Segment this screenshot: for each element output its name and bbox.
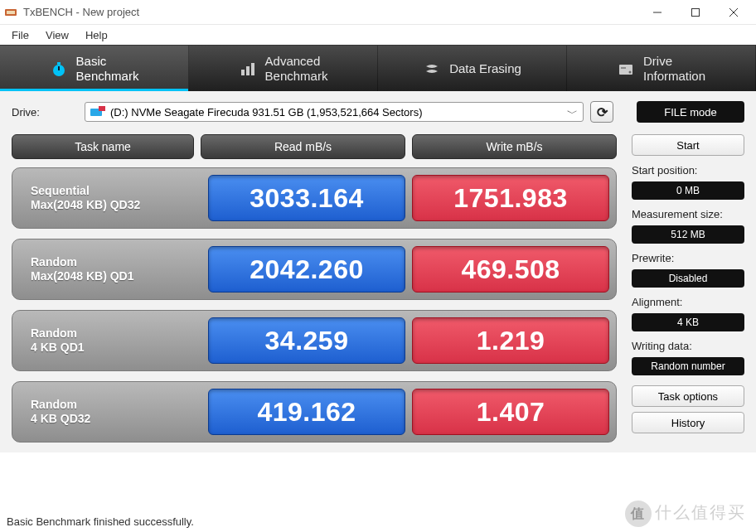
tab-basic-benchmark[interactable]: Basic Benchmark [0,46,189,91]
read-value: 419.162 [208,389,405,435]
minimize-button[interactable] [638,1,676,24]
write-value: 469.508 [412,246,609,293]
svg-rect-1 [7,11,15,14]
close-button[interactable] [715,1,753,24]
svg-rect-10 [246,66,250,75]
tab-label: Data Erasing [449,61,521,75]
tab-drive-information[interactable]: Drive Information [567,46,756,91]
file-mode-button[interactable]: FILE mode [637,101,744,123]
drive-label: Drive: [12,106,78,118]
result-row-random-4kb-qd1: Random 4 KB QD1 34.259 1.219 [12,310,617,371]
menu-help[interactable]: Help [77,27,116,43]
erase-icon [423,60,441,78]
tab-advanced-benchmark[interactable]: Advanced Benchmark [189,46,378,91]
menu-view[interactable]: View [37,27,77,43]
drive-row: Drive: (D:) NVMe Seagate Firecuda 931.51… [0,91,756,128]
chevron-down-icon: ﹀ [567,106,578,121]
drive-select[interactable]: (D:) NVMe Seagate Firecuda 931.51 GB (1,… [85,102,584,122]
prewrite-value[interactable]: Disabled [632,269,744,288]
svg-rect-16 [99,106,105,111]
tab-data-erasing[interactable]: Data Erasing [378,46,567,91]
svg-rect-11 [251,63,254,75]
task-name-cell: Random 4 KB QD32 [19,389,201,435]
maximize-button[interactable] [676,1,715,24]
sidebar: Start Start position: 0 MB Measurement s… [632,134,744,452]
tab-label: Advanced Benchmark [265,54,328,83]
alignment-value[interactable]: 4 KB [632,313,744,331]
alignment-label: Alignment: [632,296,744,308]
writing-data-label: Writing data: [632,340,744,352]
drive-info-icon [617,60,635,78]
tabbar: Basic Benchmark Advanced Benchmark Data … [0,45,756,91]
refresh-button[interactable]: ⟳ [590,101,613,123]
menubar: File View Help [0,25,756,45]
write-value: 1751.983 [412,175,609,221]
tab-label: Drive Information [643,54,705,83]
measurement-size-label: Measurement size: [632,208,744,220]
svg-rect-3 [692,8,700,16]
task-name-cell: Random Max(2048 KB) QD1 [19,246,201,293]
refresh-icon: ⟳ [597,104,608,120]
svg-point-13 [628,70,631,73]
stopwatch-icon [50,60,68,78]
start-position-value[interactable]: 0 MB [632,181,744,200]
start-position-label: Start position: [632,164,744,177]
read-value: 2042.260 [208,246,405,293]
header-read: Read mB/s [201,134,405,159]
header-task-name: Task name [12,134,194,159]
write-value: 1.407 [412,389,609,435]
measurement-size-value[interactable]: 512 MB [632,225,744,244]
svg-rect-9 [241,70,245,75]
window-title: TxBENCH - New project [23,6,139,18]
benchmark-grid: Task name Read mB/s Write mB/s Sequentia… [12,134,617,452]
drive-icon [90,106,105,118]
write-value: 1.219 [412,317,609,364]
result-row-random-4kb-qd32: Random 4 KB QD32 419.162 1.407 [12,381,617,443]
status-bar: Basic Benchmark finished successfully. [0,514,756,532]
result-row-random-max-qd1: Random Max(2048 KB) QD1 2042.260 469.508 [12,239,617,300]
result-row-sequential-qd32: Sequential Max(2048 KB) QD32 3033.164 17… [12,167,617,229]
drive-selected-text: (D:) NVMe Seagate Firecuda 931.51 GB (1,… [110,106,422,118]
read-value: 34.259 [208,317,405,364]
menu-file[interactable]: File [3,27,37,43]
read-value: 3033.164 [208,175,405,221]
start-button[interactable]: Start [632,134,744,156]
task-name-cell: Random 4 KB QD1 [19,317,201,364]
task-options-button[interactable]: Task options [632,385,744,407]
header-write: Write mB/s [412,134,617,159]
bars-icon [239,60,257,78]
app-icon [3,5,18,20]
svg-rect-7 [57,62,61,65]
history-button[interactable]: History [632,412,744,433]
task-name-cell: Sequential Max(2048 KB) QD32 [19,175,201,221]
titlebar: TxBENCH - New project [0,0,756,25]
prewrite-label: Prewrite: [632,252,744,264]
tab-label: Basic Benchmark [76,54,139,83]
writing-data-value[interactable]: Random number [632,357,744,375]
svg-rect-14 [621,67,626,69]
